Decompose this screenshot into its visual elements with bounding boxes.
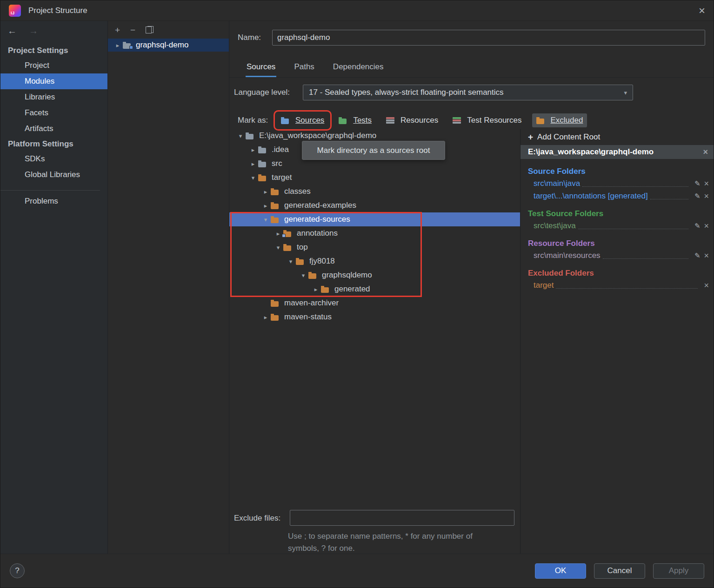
tree-node-maven-archiver[interactable]: maven-archiver — [229, 296, 520, 310]
chevron-right-icon[interactable]: ▸ — [260, 314, 271, 321]
folder-source-icon — [281, 116, 292, 125]
chevron-right-icon[interactable]: ▸ — [113, 42, 123, 49]
tree-node-annotations[interactable]: ▸annotations — [229, 226, 520, 240]
tree-node-generated-sources[interactable]: ▾generated-sources — [229, 212, 520, 226]
module-list-item[interactable]: ▸graphsql-demo — [108, 39, 229, 52]
chevron-down-icon[interactable]: ▾ — [286, 258, 296, 265]
remove-folder-icon[interactable]: × — [704, 179, 709, 188]
chevron-down-icon[interactable]: ▾ — [273, 244, 283, 251]
sidebar-item-artifacts[interactable]: Artifacts — [0, 121, 107, 137]
remove-folder-icon[interactable]: × — [704, 192, 709, 200]
dotted-leader — [556, 288, 698, 289]
edit-pencil-icon[interactable]: ✎ — [694, 192, 701, 200]
tree-node-target[interactable]: ▾target — [229, 171, 520, 185]
folder-normal-icon — [246, 132, 257, 140]
language-level-value: 17 - Sealed types, always-strict floatin… — [309, 88, 504, 97]
tree-node-label: generated — [334, 284, 370, 294]
titlebar: IJ Project Structure × — [0, 0, 714, 21]
tree-node-graphsqldemo[interactable]: ▾graphsqldemo — [229, 268, 520, 282]
remove-content-root-icon[interactable]: × — [703, 148, 708, 156]
edit-pencil-icon[interactable]: ✎ — [694, 179, 701, 188]
chevron-down-icon[interactable]: ▾ — [260, 216, 271, 223]
edit-pencil-icon[interactable]: ✎ — [694, 251, 701, 260]
remove-folder-icon[interactable]: × — [704, 251, 709, 260]
apply-button[interactable]: Apply — [653, 563, 704, 579]
sidebar-item-global-libraries[interactable]: Global Libraries — [0, 167, 107, 183]
back-arrow-icon[interactable]: ← — [7, 26, 17, 36]
sidebar-item-sdks[interactable]: SDKs — [0, 151, 107, 167]
tab-sources[interactable]: Sources — [246, 58, 276, 77]
sidebar-item-libraries[interactable]: Libraries — [0, 89, 107, 105]
chevron-right-icon[interactable]: ▸ — [248, 160, 258, 167]
folder-item-src-main-java[interactable]: src\main\java✎× — [528, 177, 709, 190]
remove-folder-icon[interactable]: × — [704, 222, 709, 230]
remove-icon[interactable]: − — [130, 26, 135, 34]
chevron-right-icon[interactable]: ▸ — [248, 146, 258, 153]
tree-node-label: generated-examples — [284, 201, 356, 210]
tree-node-label: target — [272, 173, 292, 182]
edit-pencil-icon[interactable]: ✎ — [694, 222, 701, 230]
tree-node-generated-examples[interactable]: ▸generated-examples — [229, 198, 520, 212]
add-content-root-button[interactable]: + Add Content Root — [520, 129, 714, 145]
help-button[interactable]: ? — [10, 563, 25, 578]
chevron-down-icon[interactable]: ▾ — [298, 272, 308, 279]
tree-node-label: top — [297, 243, 308, 252]
module-name-row: Name: — [238, 29, 705, 46]
close-icon[interactable]: × — [699, 5, 705, 16]
mark-as-test-resources-button[interactable]: Test Resources — [448, 113, 526, 127]
copy-icon[interactable] — [146, 26, 153, 33]
remove-folder-icon[interactable]: × — [704, 281, 709, 290]
tree-node-top[interactable]: ▾top — [229, 240, 520, 254]
tree-node-maven-status[interactable]: ▸maven-status — [229, 310, 520, 324]
folder-item-label: target\...\annotations [generated] — [534, 192, 648, 201]
tree-node-label: maven-archiver — [284, 298, 339, 308]
module-name: graphsql-demo — [136, 40, 188, 50]
folder-excluded-icon — [283, 243, 294, 251]
module-name-input[interactable] — [272, 30, 705, 46]
sidebar-item-problems[interactable]: Problems — [0, 193, 107, 209]
exclude-files-input[interactable] — [290, 510, 514, 526]
folder-item-target-annotations-generated[interactable]: target\...\annotations [generated]✎× — [528, 190, 709, 202]
language-level-select[interactable]: 17 - Sealed types, always-strict floatin… — [303, 85, 633, 100]
chevron-right-icon[interactable]: ▸ — [311, 286, 321, 293]
mark-as-excluded-button[interactable]: Excluded — [532, 113, 587, 127]
tree-node-generated[interactable]: ▸generated — [229, 282, 520, 296]
plus-icon: + — [528, 132, 533, 142]
tree-node-fjy8018[interactable]: ▾fjy8018 — [229, 254, 520, 268]
chevron-down-icon[interactable]: ▾ — [248, 174, 258, 181]
tree-node-label: E:\java_workspace\graphql-demo — [259, 131, 376, 140]
folder-item-src-test-java[interactable]: src\test\java✎× — [528, 219, 709, 232]
cancel-button[interactable]: Cancel — [594, 563, 645, 579]
mark-as-button-label: Excluded — [551, 116, 583, 125]
mark-as-label: Mark as: — [238, 116, 274, 125]
sidebar-item-project[interactable]: Project — [0, 58, 107, 73]
folder-groups: Source Folderssrc\main\java✎×target\...\… — [520, 159, 714, 291]
tab-paths[interactable]: Paths — [293, 58, 315, 77]
mark-as-button-label: Sources — [295, 116, 324, 125]
ok-button[interactable]: OK — [535, 563, 586, 579]
chevron-right-icon[interactable]: ▸ — [260, 188, 271, 195]
sidebar-item-facets[interactable]: Facets — [0, 105, 107, 121]
tree-node-label: src — [272, 159, 282, 168]
name-label: Name: — [238, 33, 272, 42]
tab-dependencies[interactable]: Dependencies — [332, 58, 385, 77]
tooltip: Mark directory as a sources root — [302, 141, 445, 160]
tree-node-classes[interactable]: ▸classes — [229, 185, 520, 198]
help-label: ? — [15, 566, 19, 575]
folder-item-src-main-resources[interactable]: src\main\resources✎× — [528, 249, 709, 262]
folder-module-icon — [123, 41, 134, 49]
mark-as-tests-button[interactable]: Tests — [334, 113, 376, 127]
mark-as-resources-button[interactable]: Resources — [382, 113, 442, 127]
folder-item-target[interactable]: target× — [528, 279, 709, 291]
logo-text: IJ — [11, 11, 15, 15]
mark-as-sources-button[interactable]: Sources — [277, 113, 328, 127]
folder-annotations-icon — [283, 229, 294, 238]
forward-arrow-icon: → — [29, 26, 38, 36]
folder-group-title-source-folders: Source Folders — [528, 167, 709, 176]
content-root-row[interactable]: E:\java_workspace\graphql-demo × — [520, 145, 714, 159]
chevron-right-icon[interactable]: ▸ — [260, 202, 271, 209]
sidebar-item-modules[interactable]: Modules — [0, 73, 107, 89]
add-icon[interactable]: + — [115, 26, 120, 34]
chevron-down-icon[interactable]: ▾ — [235, 132, 246, 139]
folder-excluded-icon — [321, 285, 332, 293]
